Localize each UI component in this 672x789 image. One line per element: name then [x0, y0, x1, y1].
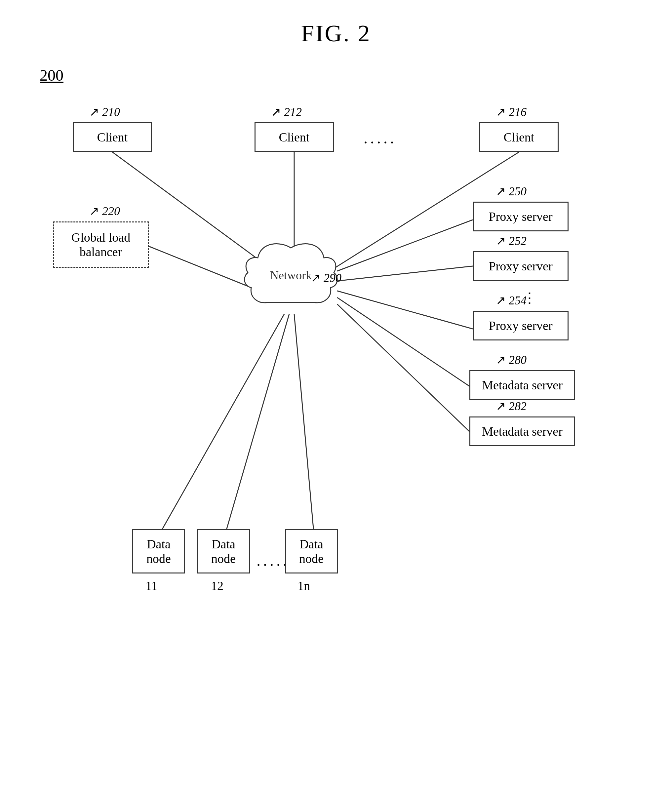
- svg-line-4: [337, 220, 472, 271]
- proxy-1-label: Proxy server: [488, 209, 552, 224]
- client-1-box: Client: [73, 122, 152, 152]
- proxy-3-box: Proxy server: [472, 311, 568, 340]
- proxy-3-ref: ↗ 254: [496, 294, 527, 307]
- data-node-3-label: Data node: [299, 537, 324, 566]
- proxy-2-label: Proxy server: [488, 259, 552, 273]
- data-node-3-box: Data node: [285, 529, 338, 573]
- client-2-label: Client: [279, 130, 310, 144]
- meta-2-ref: ↗ 282: [496, 399, 527, 413]
- data-node-1-box: Data node: [132, 529, 185, 573]
- meta-1-label: Metadata server: [482, 378, 563, 392]
- proxy-2-box: Proxy server: [472, 251, 568, 281]
- svg-line-3: [149, 246, 251, 287]
- proxy-3-label: Proxy server: [488, 318, 552, 333]
- svg-line-11: [294, 314, 314, 535]
- client-1-label: Client: [97, 130, 128, 144]
- data-node-2-label: Data node: [211, 537, 236, 566]
- client-3-ref: ↗ 216: [496, 105, 527, 119]
- client-1-ref-curve: ↗: [89, 105, 99, 119]
- data-node-1-label: Data node: [147, 537, 171, 566]
- client-2-ref: ↗ 212: [271, 105, 302, 119]
- client-2-box: Client: [254, 122, 334, 152]
- proxy-2-ref: ↗ 252: [496, 234, 527, 248]
- global-lb-label: Global load balancer: [72, 230, 130, 259]
- figure-number: 200: [40, 66, 64, 84]
- svg-line-10: [225, 314, 289, 535]
- meta-1-ref: ↗ 280: [496, 353, 527, 367]
- data-node-1-ref: 11: [145, 578, 158, 593]
- figure-title: FIG. 2: [301, 20, 371, 47]
- client-dots: .....: [364, 129, 397, 147]
- meta-2-label: Metadata server: [482, 424, 563, 439]
- client-1-ref: ↗ 210: [89, 105, 120, 119]
- network-ref: ↗ 290: [311, 271, 342, 285]
- meta-1-box: Metadata server: [469, 370, 575, 400]
- data-node-dots: .....: [257, 551, 290, 570]
- client-3-label: Client: [504, 130, 535, 144]
- proxy-1-box: Proxy server: [472, 202, 568, 232]
- data-node-2-ref: 12: [211, 578, 223, 593]
- diagram-container: FIG. 2 200 Client ↗ 210 Client ↗ 212 ...…: [0, 0, 672, 789]
- svg-line-5: [337, 266, 472, 281]
- data-node-3-ref: 1n: [297, 578, 310, 593]
- meta-2-box: Metadata server: [469, 417, 575, 446]
- svg-line-7: [337, 297, 472, 388]
- proxy-1-ref: ↗ 250: [496, 184, 527, 198]
- client-3-box: Client: [479, 122, 559, 152]
- svg-line-8: [337, 304, 472, 434]
- svg-line-6: [337, 291, 472, 329]
- data-node-2-box: Data node: [197, 529, 250, 573]
- global-lb-ref: ↗ 220: [89, 204, 120, 218]
- global-lb-box: Global load balancer: [53, 222, 149, 268]
- svg-text:Network: Network: [270, 269, 312, 282]
- svg-line-9: [159, 314, 284, 535]
